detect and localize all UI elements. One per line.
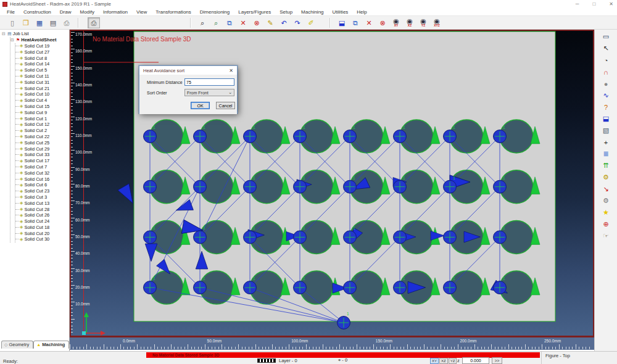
maximize-button[interactable]: □	[592, 0, 595, 8]
tree-item-solid-cut-16[interactable]: ◈Solid Cut 16	[15, 176, 69, 182]
menu-item-layers-figures[interactable]: Layers/Figures	[234, 8, 275, 16]
wire-cube-button[interactable]: ▧	[599, 125, 613, 136]
menu-item-file[interactable]: File	[2, 8, 19, 16]
tree-item-solid-cut-4[interactable]: ◈Solid Cut 4	[15, 97, 69, 104]
menu-item-construction[interactable]: Construction	[19, 8, 56, 16]
render-monitor-button[interactable]: ⬓	[599, 113, 613, 125]
menu-item-information[interactable]: Information	[99, 8, 132, 16]
menu-item-transformations[interactable]: Transformations	[151, 8, 196, 16]
dialog-title-bar[interactable]: Heat Avoidance sort ✕	[139, 66, 237, 75]
help-annotate-button[interactable]: ?	[599, 101, 613, 113]
pick-line-button[interactable]: ↖	[599, 43, 613, 54]
tree-item-solid-cut-9[interactable]: ◈Solid Cut 9	[15, 109, 69, 115]
list-button[interactable]: ≣	[599, 148, 613, 160]
figure-indicator[interactable]: Figure - Top	[545, 353, 570, 358]
arch-button[interactable]: ∩	[599, 66, 613, 78]
tree-item-job-list[interactable]: ⊟ ▤ Job List	[2, 31, 69, 37]
highlighter-button[interactable]: ✐	[305, 17, 317, 28]
tree-item-solid-cut-12[interactable]: ◈Solid Cut 12	[15, 122, 69, 128]
ok-button[interactable]: OK	[191, 102, 210, 109]
tree-item-solid-cut-5[interactable]: ◈Solid Cut 5	[15, 67, 69, 73]
tree-item-solid-cut-28[interactable]: ◈Solid Cut 28	[15, 206, 69, 212]
tools-button[interactable]: ⚙	[599, 172, 613, 183]
probe-hand-button[interactable]: ☞	[599, 230, 613, 242]
expander-icon[interactable]: ⊟	[10, 38, 16, 43]
tree-item-solid-cut-21[interactable]: ◈Solid Cut 21	[15, 85, 69, 91]
move-star-button[interactable]: +	[599, 136, 613, 148]
select-rectangle-button[interactable]: ▭	[599, 31, 613, 43]
dialog-close-icon[interactable]: ✕	[229, 68, 233, 73]
tree-item-solid-cut-11[interactable]: ◈Solid Cut 11	[15, 73, 69, 80]
linetype-swatch[interactable]	[257, 358, 276, 363]
print-list-button[interactable]: ▤	[47, 17, 59, 28]
view-xz-button[interactable]: ◉XZ	[404, 17, 416, 28]
save-button[interactable]: ▦	[33, 17, 46, 28]
menu-item-help[interactable]: Help	[352, 8, 371, 16]
redo-button[interactable]: ↷	[291, 17, 304, 28]
tab-machining[interactable]: ▲Machining	[33, 341, 69, 349]
undo-button[interactable]: ↶	[278, 17, 290, 28]
tree-item-solid-cut-26[interactable]: ◈Solid Cut 26	[15, 212, 69, 218]
tree-item-solid-cut-13[interactable]: ◈Solid Cut 13	[15, 200, 69, 206]
tree-item-solid-cut-20[interactable]: ◈Solid Cut 20	[15, 230, 69, 236]
tree-item-solid-cut-31[interactable]: ◈Solid Cut 31	[15, 79, 69, 85]
view-xyz-button[interactable]: ◉XYZ	[431, 17, 443, 28]
menu-item-modify[interactable]: Modify	[75, 8, 99, 16]
plane-button-yz[interactable]: YZ	[449, 358, 457, 364]
gear-button[interactable]: ⚙	[599, 195, 613, 207]
view-yz-button[interactable]: ◉YZ	[417, 17, 429, 28]
star-button[interactable]: ★	[599, 207, 613, 218]
tree-item-solid-cut-27[interactable]: ◈Solid Cut 27	[15, 49, 69, 55]
menu-item-utilities[interactable]: Utilities	[328, 8, 353, 16]
tree-item-solid-cut-14[interactable]: ◈Solid Cut 14	[15, 61, 69, 67]
cancel-button[interactable]: Cancel	[216, 102, 235, 109]
menu-item-dimensioning[interactable]: Dimensioning	[196, 8, 234, 16]
tab-geometry[interactable]: ◇Geometry	[1, 341, 33, 349]
fit-window-button[interactable]: ⧉	[223, 17, 236, 28]
new-file-button[interactable]: ▯	[6, 17, 19, 28]
expand-2-button[interactable]: ✕	[363, 17, 375, 28]
tree-item-solid-cut-8[interactable]: ◈Solid Cut 8	[15, 55, 69, 61]
minimize-button[interactable]: ─	[576, 0, 579, 8]
open-file-button[interactable]: ❒	[20, 17, 32, 28]
tree-item-solid-cut-17[interactable]: ◈Solid Cut 17	[15, 158, 69, 164]
spline-button[interactable]: ∿	[599, 89, 613, 101]
layer-indicator[interactable]: Layer - 0	[279, 358, 297, 363]
fit-window-2-button[interactable]: ⧉	[349, 17, 362, 28]
tree-item-solid-cut-7[interactable]: ◈Solid Cut 7	[15, 164, 69, 170]
tree-item-solid-cut-29[interactable]: ◈Solid Cut 29	[15, 146, 69, 152]
expander-icon[interactable]: ⊟	[2, 31, 7, 36]
minimum-distance-input[interactable]	[184, 78, 234, 86]
render-view-button[interactable]: ⬓	[336, 17, 348, 28]
z-value-input[interactable]	[462, 357, 489, 364]
sort-order-select[interactable]: From Front ⌄	[184, 89, 234, 96]
more-button[interactable]: >>	[492, 357, 502, 364]
tree-item-solid-cut-18[interactable]: ◈Solid Cut 18	[15, 225, 69, 231]
menu-item-view[interactable]: View	[132, 8, 151, 16]
add-circle-button[interactable]: ⊕	[599, 218, 613, 230]
shrink-button[interactable]: ⊗	[251, 17, 263, 28]
tree-item-solid-cut-1[interactable]: ◈Solid Cut 1	[15, 115, 69, 122]
zoom-all-button[interactable]: ⌕	[210, 17, 222, 28]
menu-item-machining[interactable]: Machining	[297, 8, 328, 16]
sphere-button[interactable]: ●	[599, 78, 613, 89]
zoom-button[interactable]: ⌕	[196, 17, 209, 28]
menu-item-setup[interactable]: Setup	[275, 8, 297, 16]
shrink-2-button[interactable]: ⊗	[376, 17, 389, 28]
tree-item-solid-cut-15[interactable]: ◈Solid Cut 15	[15, 104, 69, 110]
circle-point-button[interactable]: ◔	[599, 54, 613, 66]
plot-button-button[interactable]: ⎙	[88, 17, 100, 28]
tree-item-solid-cut-24[interactable]: ◈Solid Cut 24	[15, 218, 69, 225]
tree-item-solid-cut-2[interactable]: ◈Solid Cut 2	[15, 128, 69, 134]
tree-item-solid-cut-19[interactable]: ◈Solid Cut 19	[15, 43, 69, 49]
red-arrow-tool-button[interactable]: ↘	[599, 183, 613, 195]
tree-item-heatavoidsheet[interactable]: ⊟ ⚑ HeatAvoidSheet	[10, 37, 69, 43]
tree-item-solid-cut-6[interactable]: ◈Solid Cut 6	[15, 182, 69, 188]
tree-item-solid-cut-30[interactable]: ◈Solid Cut 30	[15, 236, 69, 242]
tree-item-solid-cut-10[interactable]: ◈Solid Cut 10	[15, 91, 69, 97]
redraw-brush-button[interactable]: ✎	[264, 17, 276, 28]
tree-item-solid-cut-32[interactable]: ◈Solid Cut 32	[15, 170, 69, 176]
plane-button-xz[interactable]: XZ	[439, 358, 448, 364]
tree-item-solid-cut-3[interactable]: ◈Solid Cut 3	[15, 194, 69, 201]
tree-item-solid-cut-25[interactable]: ◈Solid Cut 25	[15, 139, 69, 146]
